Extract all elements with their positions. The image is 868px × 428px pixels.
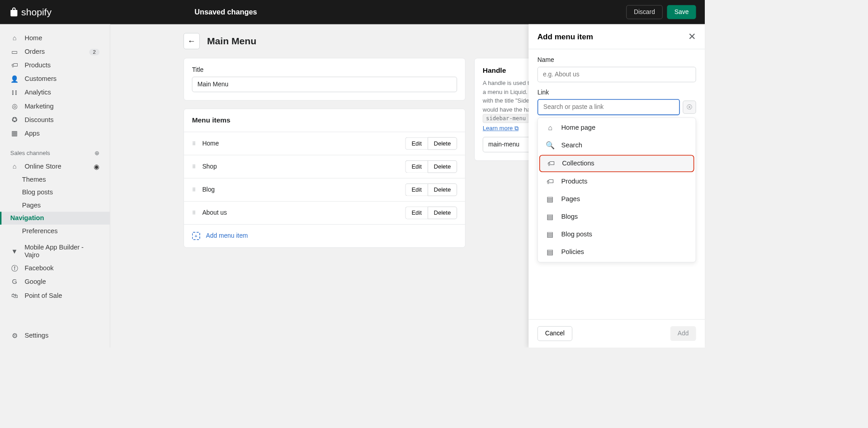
nav-customers[interactable]: 👤Customers <box>0 72 110 86</box>
drag-handle-icon[interactable]: ⠿ <box>192 164 195 169</box>
add-plus-icon: + <box>192 232 200 240</box>
nav-products[interactable]: 🏷Products <box>0 59 110 72</box>
eye-icon[interactable]: ◉ <box>94 162 99 170</box>
unsaved-changes-label: Unsaved changes <box>194 8 257 16</box>
sidebar: ⌂Home ▭Orders2 🏷Products 👤Customers ⫿⫿An… <box>0 24 110 348</box>
option-icon: ▤ <box>546 212 554 221</box>
add-button[interactable]: Add <box>670 326 696 341</box>
nav-settings[interactable]: ⚙Settings <box>0 329 110 343</box>
orders-icon: ▭ <box>10 48 19 56</box>
option-icon: ▤ <box>546 194 554 203</box>
link-option-blog-posts[interactable]: ▤Blog posts <box>538 226 696 243</box>
drag-handle-icon[interactable]: ⠿ <box>192 210 195 216</box>
link-option-products[interactable]: 🏷Products <box>538 173 696 190</box>
apps-icon: ▦ <box>10 129 19 138</box>
topbar: shopify Unsaved changes Discard Save <box>0 0 705 24</box>
menu-items-card: Menu items ⠿HomeEditDelete⠿ShopEditDelet… <box>184 108 466 248</box>
nav-pages[interactable]: Pages <box>0 199 110 212</box>
drag-handle-icon[interactable]: ⠿ <box>192 187 195 193</box>
edit-button[interactable]: Edit <box>406 207 428 219</box>
add-channel-icon[interactable]: ⊕ <box>94 150 99 156</box>
gear-icon: ⚙ <box>10 331 19 340</box>
menu-items-heading: Menu items <box>184 109 465 132</box>
discard-button[interactable]: Discard <box>626 5 663 19</box>
title-card: Title <box>184 58 466 100</box>
delete-button[interactable]: Delete <box>428 137 457 150</box>
menu-item-row: ⠿ShopEditDelete <box>184 155 465 178</box>
store-icon: ⌂ <box>10 162 19 171</box>
nav-online-store[interactable]: ⌂Online Store◉ <box>0 160 110 173</box>
title-label: Title <box>192 66 457 74</box>
facebook-icon: ⓕ <box>10 264 19 273</box>
menu-item-row: ⠿HomeEditDelete <box>184 132 465 155</box>
clear-link-button[interactable]: ⓧ <box>683 100 696 113</box>
tag-icon: 🏷 <box>10 61 19 70</box>
link-option-collections[interactable]: 🏷Collections <box>539 155 694 172</box>
person-icon: 👤 <box>10 75 19 84</box>
vajro-icon: ▼ <box>10 247 19 256</box>
cancel-button[interactable]: Cancel <box>538 326 572 341</box>
nav-preferences[interactable]: Preferences <box>0 225 110 237</box>
add-menu-item-drawer: Add menu item ✕ Name Link ⓧ ⌂Home page🔍S… <box>528 24 705 348</box>
save-button[interactable]: Save <box>667 5 696 19</box>
back-button[interactable]: ← <box>184 33 200 49</box>
menu-title-input[interactable] <box>192 77 457 92</box>
name-label: Name <box>538 56 696 64</box>
edit-button[interactable]: Edit <box>406 183 428 196</box>
link-input[interactable] <box>538 99 680 115</box>
link-option-policies[interactable]: ▤Policies <box>538 243 696 261</box>
home-icon: ⌂ <box>10 34 19 43</box>
edit-button[interactable]: Edit <box>406 160 428 173</box>
menu-item-name: About us <box>202 209 405 216</box>
close-drawer-button[interactable]: ✕ <box>688 31 696 42</box>
name-input[interactable] <box>538 67 696 82</box>
nav-analytics[interactable]: ⫿⫿Analytics <box>0 86 110 99</box>
link-dropdown: ⌂Home page🔍Search🏷Collections🏷Products▤P… <box>538 118 696 263</box>
nav-vajro[interactable]: ▼Mobile App Builder - Vajro <box>0 241 110 261</box>
menu-item-row: ⠿BlogEditDelete <box>184 178 465 201</box>
edit-button[interactable]: Edit <box>406 137 428 150</box>
link-option-search[interactable]: 🔍Search <box>538 136 696 154</box>
nav-facebook[interactable]: ⓕFacebook <box>0 262 110 275</box>
menu-item-name: Blog <box>202 186 405 193</box>
google-icon: G <box>10 278 19 287</box>
drawer-title: Add menu item <box>538 32 593 41</box>
menu-item-name: Shop <box>202 163 405 170</box>
option-icon: 🏷 <box>547 159 555 168</box>
pos-icon: 🛍 <box>10 292 19 300</box>
nav-apps[interactable]: ▦Apps <box>0 127 110 140</box>
nav-home[interactable]: ⌂Home <box>0 32 110 45</box>
option-icon: ▤ <box>546 247 554 256</box>
link-label: Link <box>538 89 696 96</box>
shopify-logo: shopify <box>9 6 52 18</box>
nav-pos[interactable]: 🛍Point of Sale <box>0 289 110 302</box>
delete-button[interactable]: Delete <box>428 207 457 219</box>
option-icon: ▤ <box>546 230 554 238</box>
learn-more-link[interactable]: Learn more ⧉ <box>483 125 519 132</box>
nav-marketing[interactable]: ◎Marketing <box>0 99 110 113</box>
nav-orders[interactable]: ▭Orders2 <box>0 45 110 59</box>
link-option-blogs[interactable]: ▤Blogs <box>538 208 696 226</box>
link-option-pages[interactable]: ▤Pages <box>538 190 696 208</box>
option-icon: 🔍 <box>546 141 554 150</box>
sales-channels-header: Sales channels⊕ <box>0 147 110 160</box>
nav-themes[interactable]: Themes <box>0 173 110 186</box>
option-icon: ⌂ <box>546 124 554 132</box>
menu-item-name: Home <box>202 140 405 147</box>
menu-item-row: ⠿About usEditDelete <box>184 201 465 224</box>
option-icon: 🏷 <box>546 177 554 186</box>
page-title: Main Menu <box>207 35 256 47</box>
target-icon: ◎ <box>10 102 19 111</box>
nav-discounts[interactable]: ✪Discounts <box>0 113 110 127</box>
nav-navigation[interactable]: Navigation <box>0 212 110 225</box>
link-option-home-page[interactable]: ⌂Home page <box>538 119 696 136</box>
nav-google[interactable]: GGoogle <box>0 275 110 289</box>
delete-button[interactable]: Delete <box>428 160 457 173</box>
bars-icon: ⫿⫿ <box>10 89 19 97</box>
nav-blog-posts[interactable]: Blog posts <box>0 186 110 199</box>
delete-button[interactable]: Delete <box>428 183 457 196</box>
orders-badge: 2 <box>89 49 99 56</box>
add-menu-item-link[interactable]: + Add menu item <box>184 224 465 247</box>
drag-handle-icon[interactable]: ⠿ <box>192 141 195 146</box>
brand-text: shopify <box>21 6 52 18</box>
